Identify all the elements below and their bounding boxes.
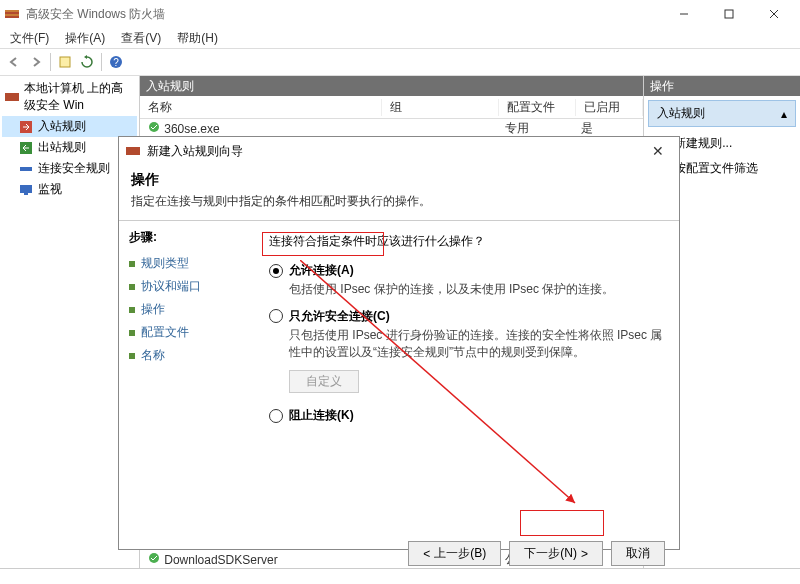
outbound-icon <box>18 140 34 156</box>
radio-icon <box>269 409 283 423</box>
svg-rect-22 <box>126 147 140 155</box>
svg-text:?: ? <box>113 57 119 68</box>
step-rule-type[interactable]: 规则类型 <box>129 252 259 275</box>
svg-rect-17 <box>24 193 28 195</box>
radio-allow-connection[interactable]: 允许连接(A) <box>269 262 669 279</box>
forward-icon[interactable] <box>26 52 46 72</box>
tree-connection-security[interactable]: 连接安全规则 <box>2 158 137 179</box>
svg-rect-10 <box>5 93 19 101</box>
firewall-icon <box>4 6 20 22</box>
col-name[interactable]: 名称 <box>140 99 382 116</box>
radio-label: 阻止连接(K) <box>289 407 354 424</box>
svg-rect-7 <box>60 57 70 67</box>
security-rule-icon <box>18 161 34 177</box>
actions-group-label: 入站规则 <box>657 105 705 122</box>
svg-point-18 <box>149 122 159 132</box>
step-name[interactable]: 名称 <box>129 344 259 367</box>
back-button[interactable]: <上一步(B) <box>408 541 501 566</box>
radio-label: 允许连接(A) <box>289 262 354 279</box>
menu-view[interactable]: 查看(V) <box>115 28 167 49</box>
collapse-icon: ▴ <box>781 107 787 121</box>
menubar: 文件(F) 操作(A) 查看(V) 帮助(H) <box>0 28 800 48</box>
cancel-button[interactable]: 取消 <box>611 541 665 566</box>
minimize-button[interactable] <box>661 0 706 28</box>
actions-group-header[interactable]: 入站规则 ▴ <box>648 100 796 127</box>
next-button[interactable]: 下一步(N)> <box>509 541 603 566</box>
action-label: 新建规则... <box>674 135 732 152</box>
actions-title: 操作 <box>644 76 800 96</box>
dialog-banner: 操作 指定在连接与规则中指定的条件相匹配时要执行的操作。 <box>119 165 679 216</box>
svg-rect-16 <box>20 185 32 193</box>
customize-button: 自定义 <box>289 370 359 393</box>
dialog-buttons: <上一步(B) 下一步(N)> 取消 <box>119 531 679 576</box>
svg-point-15 <box>28 167 32 171</box>
toolbar: ? <box>0 48 800 76</box>
close-button[interactable] <box>751 0 796 28</box>
step-protocol-ports[interactable]: 协议和端口 <box>129 275 259 298</box>
radio-icon <box>269 309 283 323</box>
rule-profile: 专用 <box>497 120 573 137</box>
radio-label: 只允许安全连接(C) <box>289 308 390 325</box>
tree-item-label: 出站规则 <box>38 139 86 156</box>
rule-name: 360se.exe <box>164 122 219 136</box>
menu-file[interactable]: 文件(F) <box>4 28 55 49</box>
steps-label: 步骤: <box>129 229 259 246</box>
chevron-right-icon: > <box>581 547 588 561</box>
options-pane: 连接符合指定条件时应该进行什么操作？ 允许连接(A) 包括使用 IPsec 保护… <box>269 221 679 531</box>
tree-root[interactable]: 本地计算机 上的高级安全 Win <box>2 78 137 116</box>
inbound-icon <box>18 119 34 135</box>
dialog-body: 步骤: 规则类型 协议和端口 操作 配置文件 名称 连接符合指定条件时应该进行什… <box>119 221 679 531</box>
main-window: 高级安全 Windows 防火墙 文件(F) 操作(A) 查看(V) 帮助(H)… <box>0 0 800 584</box>
wizard-dialog: 新建入站规则向导 ✕ 操作 指定在连接与规则中指定的条件相匹配时要执行的操作。 … <box>118 136 680 550</box>
menu-action[interactable]: 操作(A) <box>59 28 111 49</box>
list-header: 名称 组 配置文件 已启用 <box>140 96 643 119</box>
rule-row[interactable]: 360se.exe 专用 是 <box>140 119 643 137</box>
refresh-icon[interactable] <box>77 52 97 72</box>
menu-help[interactable]: 帮助(H) <box>171 28 224 49</box>
dialog-heading: 操作 <box>131 171 667 189</box>
titlebar: 高级安全 Windows 防火墙 <box>0 0 800 28</box>
maximize-button[interactable] <box>706 0 751 28</box>
radio-allow-secure[interactable]: 只允许安全连接(C) <box>269 308 669 325</box>
dialog-titlebar: 新建入站规则向导 ✕ <box>119 137 679 165</box>
tree-inbound[interactable]: 入站规则 <box>2 116 137 137</box>
help-icon[interactable]: ? <box>106 52 126 72</box>
rule-enabled: 是 <box>573 120 639 137</box>
dialog-close-button[interactable]: ✕ <box>643 143 673 159</box>
firewall-icon <box>125 143 141 159</box>
tree-item-label: 入站规则 <box>38 118 86 135</box>
wizard-steps: 步骤: 规则类型 协议和端口 操作 配置文件 名称 <box>119 221 269 531</box>
svg-rect-2 <box>5 14 19 16</box>
dialog-title: 新建入站规则向导 <box>147 143 243 160</box>
new-icon[interactable] <box>55 52 75 72</box>
col-group[interactable]: 组 <box>382 99 499 116</box>
col-profile[interactable]: 配置文件 <box>499 99 576 116</box>
radio-secure-desc: 只包括使用 IPsec 进行身份验证的连接。连接的安全性将依照 IPsec 属性… <box>289 327 669 361</box>
list-title: 入站规则 <box>140 76 643 96</box>
step-profile[interactable]: 配置文件 <box>129 321 259 344</box>
allow-icon <box>148 122 160 136</box>
tree-root-label: 本地计算机 上的高级安全 Win <box>24 80 135 114</box>
dialog-subheading: 指定在连接与规则中指定的条件相匹配时要执行的操作。 <box>131 193 667 210</box>
tree-item-label: 监视 <box>38 181 62 198</box>
tree-item-label: 连接安全规则 <box>38 160 110 177</box>
chevron-left-icon: < <box>423 547 430 561</box>
radio-allow-desc: 包括使用 IPsec 保护的连接，以及未使用 IPsec 保护的连接。 <box>289 281 669 298</box>
firewall-icon <box>4 89 20 105</box>
tree-outbound[interactable]: 出站规则 <box>2 137 137 158</box>
window-controls <box>661 0 796 28</box>
window-title: 高级安全 Windows 防火墙 <box>26 6 165 23</box>
svg-rect-4 <box>725 10 733 18</box>
step-action[interactable]: 操作 <box>129 298 259 321</box>
action-label: 按配置文件筛选 <box>674 160 758 177</box>
radio-icon <box>269 264 283 278</box>
svg-point-14 <box>20 167 24 171</box>
options-prompt: 连接符合指定条件时应该进行什么操作？ <box>269 233 669 250</box>
back-icon[interactable] <box>4 52 24 72</box>
col-enabled[interactable]: 已启用 <box>576 99 643 116</box>
svg-rect-1 <box>5 10 19 12</box>
monitoring-icon <box>18 182 34 198</box>
tree-monitoring[interactable]: 监视 <box>2 179 137 200</box>
radio-block-connection[interactable]: 阻止连接(K) <box>269 407 669 424</box>
